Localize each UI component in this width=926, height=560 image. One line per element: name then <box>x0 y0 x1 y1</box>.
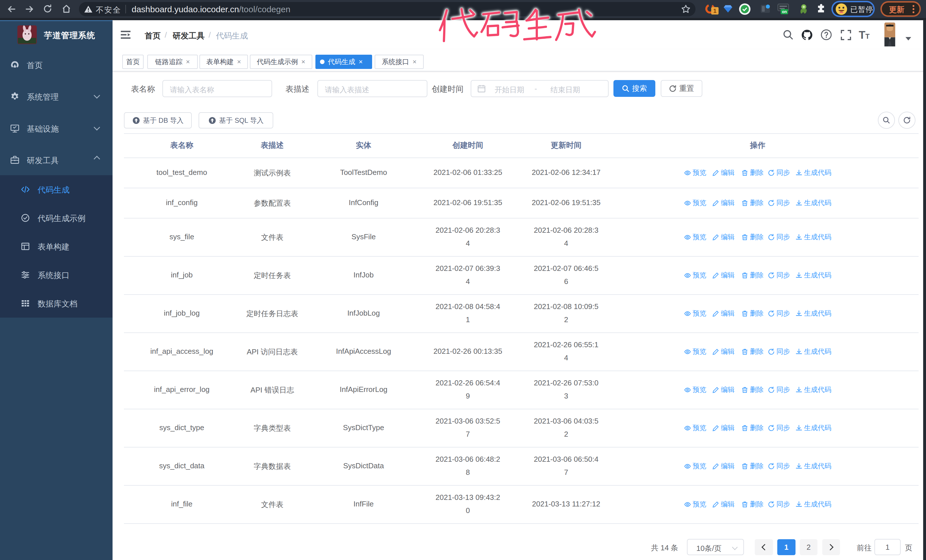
svg-text:on: on <box>782 9 787 14</box>
